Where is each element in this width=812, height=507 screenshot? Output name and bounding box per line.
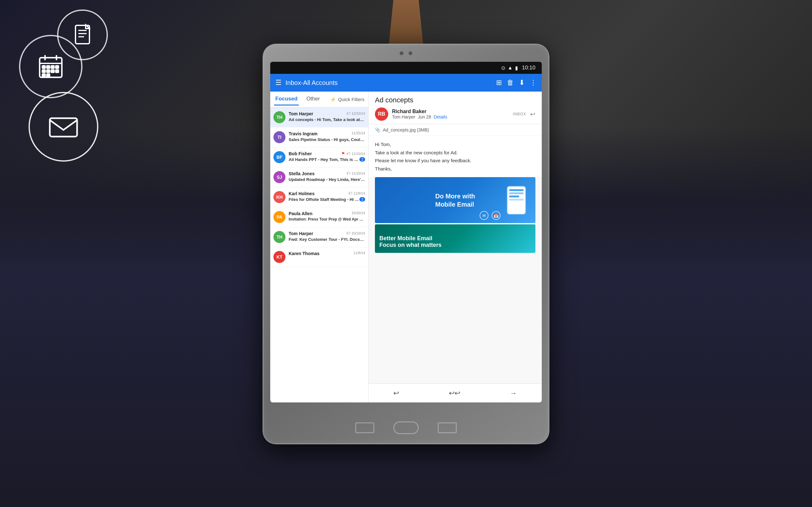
email-list-panel: Focused Other ⚡ Quick Filters TH xyxy=(270,92,368,402)
menu-icon[interactable]: ☰ xyxy=(275,78,282,87)
attachment-row: 📎 Ad_concepts.jpg (3MB) xyxy=(368,124,542,136)
email-header: Karl Holmes 🏷 11/9/14 xyxy=(289,191,365,196)
banner-text-1: Do More withMobile Email xyxy=(431,187,479,213)
avatar: TI xyxy=(273,131,286,143)
camera-lens xyxy=(409,51,412,55)
email-item[interactable]: TI Travis Ingram 11/25/14 Sales Pipeline… xyxy=(270,127,368,147)
toolbar-action-icons: ⊞ 🗑 ⬇ ⋮ xyxy=(496,78,537,87)
camera-sensor xyxy=(400,51,403,55)
tabs-row: Focused Other ⚡ Quick Filters xyxy=(270,92,368,107)
tag-icon: 🏷 xyxy=(346,111,350,116)
body-line-4: Thanks, xyxy=(375,165,536,173)
svg-rect-12 xyxy=(51,66,54,68)
email-meta: ⚑ 🏷 11/10/14 xyxy=(341,151,365,156)
hardware-recents-btn[interactable] xyxy=(438,422,457,433)
status-icons: ⊙ ▲ ▮ 10:10 xyxy=(501,65,536,71)
email-content: Travis Ingram 11/25/14 Sales Pipeline St… xyxy=(289,131,365,142)
hardware-home-btn[interactable] xyxy=(393,421,419,434)
phone-mockup xyxy=(507,186,526,215)
more-icon[interactable]: ⋮ xyxy=(530,78,537,87)
email-image-banner-2: Better Mobile EmailFocus on what matters xyxy=(375,224,536,253)
email-subject: Files for Offsite Staff Meeting - Hi Lin… xyxy=(289,197,359,202)
detail-body-text: Hi Tom, Take a look at the new concepts … xyxy=(368,136,542,177)
email-subject: Sales Pipeline Status - Hi guys, Could y… xyxy=(289,137,365,142)
quick-filters-label: Quick Filters xyxy=(338,97,364,102)
email-header: Paula Allen 10/20/14 xyxy=(289,211,365,216)
email-date: 10/20/14 xyxy=(351,211,365,215)
delete-icon[interactable]: 🗑 xyxy=(507,78,514,87)
detail-details-link[interactable]: Details xyxy=(434,114,447,119)
reply-icon[interactable]: ↩ xyxy=(530,110,536,118)
mail-icon-circle xyxy=(29,92,98,162)
banner-text-2: Better Mobile EmailFocus on what matters xyxy=(379,235,442,248)
email-meta: 🏷 11/10/14 xyxy=(346,171,365,176)
folder-icon[interactable]: ⊞ xyxy=(496,78,502,87)
tag-icon: 🏷 xyxy=(346,152,350,156)
email-item[interactable]: KH Karl Holmes 🏷 11/9/14 Files for Offs xyxy=(270,187,368,207)
email-item[interactable]: KT Karen Thomas 11/9/14 xyxy=(270,247,368,267)
avatar: TH xyxy=(273,231,286,243)
detail-sender-row: RB Richard Baker Tom Harper Jun 28 Detai… xyxy=(375,107,447,121)
email-item[interactable]: PA Paula Allen 10/20/14 Invitation: Pres… xyxy=(270,207,368,227)
email-content: Tom Harper 🏷 10/10/14 Fwd: Key Customer … xyxy=(289,231,365,242)
svg-rect-11 xyxy=(47,66,49,68)
detail-meta-row: RB Richard Baker Tom Harper Jun 28 Detai… xyxy=(375,107,536,121)
email-date: 10/10/14 xyxy=(351,231,365,235)
email-sender: Travis Ingram xyxy=(289,131,317,136)
email-date: 11/10/14 xyxy=(351,152,365,156)
feature-icons: ✉ 📅 xyxy=(479,211,501,220)
detail-recipient: Tom Harper xyxy=(392,114,415,119)
tag-icon: 🏷 xyxy=(348,191,352,195)
email-image-banner-1: Do More withMobile Email xyxy=(375,177,536,223)
email-subject: Updated Roadmap - Hey Linda, Here's the … xyxy=(289,177,365,182)
feature-icon-2: 📅 xyxy=(492,211,501,220)
email-date: 11/9/14 xyxy=(353,251,365,255)
detail-header-actions: INBOX ↩ xyxy=(513,110,536,118)
avatar: TH xyxy=(273,111,286,123)
battery-icon: ▮ xyxy=(515,65,518,71)
email-item[interactable]: TH Tom Harper 🏷 10/10/14 Fwd: Key Custom… xyxy=(270,227,368,247)
email-subject-row: All Hands PPT - Hey Tom, This is the dec… xyxy=(289,157,365,162)
message-count-badge: 2 xyxy=(359,197,365,202)
email-sender: Paula Allen xyxy=(289,211,312,216)
email-item[interactable]: SJ Stella Jones 🏷 11/10/14 Updated Roadm… xyxy=(270,167,368,187)
phone-line-2 xyxy=(509,192,524,194)
email-detail-panel: Ad concepts RB Richard Baker Tom Harper … xyxy=(368,92,542,402)
tablet-device: ⊙ ▲ ▮ 10:10 ☰ Inbox-All Accounts ⊞ 🗑 ⬇ ⋮ xyxy=(263,44,549,444)
tab-other[interactable]: Other xyxy=(305,93,321,106)
outlook-toolbar: ☰ Inbox-All Accounts ⊞ 🗑 ⬇ ⋮ xyxy=(270,74,542,92)
email-header: Tom Harper 🏷 12/10/14 xyxy=(289,111,365,116)
email-date: 12/10/14 xyxy=(351,112,365,115)
tag-icon: 🏷 xyxy=(346,171,350,176)
email-content: Karen Thomas 11/9/14 xyxy=(289,251,365,257)
avatar: BF xyxy=(273,151,286,163)
tab-focused[interactable]: Focused xyxy=(274,93,299,106)
email-item[interactable]: TH Tom Harper 🏷 12/10/14 Ad concepts - H… xyxy=(270,107,368,127)
svg-rect-10 xyxy=(43,66,45,68)
email-date: 11/10/14 xyxy=(351,171,365,175)
email-header: Stella Jones 🏷 11/10/14 xyxy=(289,171,365,176)
email-header: Bob Fisher ⚑ 🏷 11/10/14 xyxy=(289,151,365,156)
alarm-icon: ⊙ xyxy=(501,65,505,71)
calendar-icon-circle xyxy=(19,35,83,98)
flag-icon: ⚑ xyxy=(341,151,345,156)
reply-button[interactable]: ↩ xyxy=(387,387,405,400)
reply-all-button[interactable]: ↩↩ xyxy=(443,387,467,400)
avatar: SJ xyxy=(273,171,286,183)
svg-rect-19 xyxy=(47,74,49,76)
email-sender: Stella Jones xyxy=(289,171,315,176)
phone-line-1 xyxy=(509,189,524,191)
body-line-1: Hi Tom, xyxy=(375,140,536,149)
email-item[interactable]: BF Bob Fisher ⚑ 🏷 11/10/14 xyxy=(270,147,368,167)
body-line-2: Take a look at the new concepts for Ad. xyxy=(375,149,536,157)
svg-rect-17 xyxy=(56,70,58,72)
avatar: KT xyxy=(273,251,286,263)
tablet-body: ⊙ ▲ ▮ 10:10 ☰ Inbox-All Accounts ⊞ 🗑 ⬇ ⋮ xyxy=(263,44,549,444)
forward-button[interactable]: → xyxy=(504,387,523,400)
hardware-back-btn[interactable] xyxy=(355,422,374,433)
quick-filters-button[interactable]: ⚡ Quick Filters xyxy=(330,97,364,102)
email-sender: Tom Harper xyxy=(289,231,313,236)
toolbar-title: Inbox-All Accounts xyxy=(286,79,492,87)
attachment-filename[interactable]: Ad_concepts.jpg (3MB) xyxy=(383,127,429,132)
archive-icon[interactable]: ⬇ xyxy=(519,78,525,87)
